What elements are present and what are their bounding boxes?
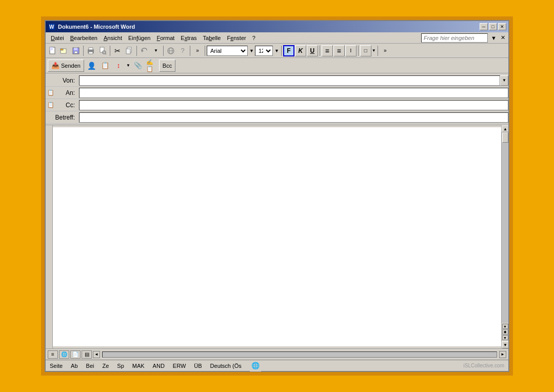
separator-7 [281,46,282,56]
list-button[interactable]: ⁝ [345,45,357,56]
attach-button[interactable]: 📎 [132,60,144,71]
open-button[interactable] [58,45,70,56]
ub-label: ÜB [194,363,202,369]
separator-4 [163,46,164,56]
close-button[interactable]: ✕ [498,23,506,30]
more-format-button[interactable]: » [380,45,391,56]
document-content[interactable] [53,127,501,346]
body-area: ▲ ▼ ◆ ▼ ▼ [46,125,508,348]
menu-bar: Datei Bearbeiten Ansicht Einfügen Format… [46,32,508,44]
mail-toolbar: 📤 Senden 👤 📋 ↕ ▼ 📎 ✍📋 Bcc [46,58,508,73]
menu-extras[interactable]: Extras [177,34,200,42]
print-view-button[interactable]: 📄 [70,350,81,359]
search-close-button[interactable]: ✕ [500,34,506,41]
send-button[interactable]: 📤 Senden [48,60,84,72]
align-left-button[interactable]: ≡ [322,45,333,56]
signature-button[interactable]: ✍📋 [146,60,157,71]
bcc-button[interactable]: Bcc [159,60,175,72]
scroll-mid-buttons: ▼ ◆ ▼ [502,323,508,341]
horizontal-scrollbar[interactable] [102,351,497,358]
print-button[interactable] [85,45,96,56]
font-select[interactable]: Arial [207,46,248,56]
cc-input[interactable] [79,100,508,110]
seite-label: Seite [50,363,63,369]
size-select[interactable]: 12 [255,46,273,56]
scroll-down-button[interactable]: ▼ [502,341,508,348]
menu-fenster[interactable]: Fenster [224,34,249,42]
web-view-button[interactable]: 🌐 [59,350,69,359]
save-button[interactable] [70,45,82,56]
separator-8 [320,46,320,56]
bcc-label: Bcc [163,63,172,69]
border-dropdown-button[interactable]: ▼ [372,48,376,53]
svg-rect-10 [89,48,93,50]
scroll-select-button[interactable]: ◆ [502,329,508,335]
scroll-page-up-button[interactable]: ▼ [502,324,508,329]
menu-help[interactable]: ? [249,34,259,42]
window: W Dokument6 - Microsoft Word ─ □ ✕ Datei… [45,20,509,372]
ab-label: Ab [71,363,77,369]
betreff-input[interactable] [79,112,508,123]
help-button[interactable]: ? [177,45,188,56]
separator-9 [358,46,359,56]
outline-view-button[interactable]: ▤ [82,350,92,359]
window-title: Dokument6 - Microsoft Word [58,24,480,30]
scroll-thumb[interactable] [502,132,508,143]
more-button[interactable]: » [192,45,203,56]
title-bar-buttons: ─ □ ✕ [480,23,506,30]
menu-search-area: ▼ ✕ [421,33,506,43]
vertical-scrollbar: ▲ ▼ ◆ ▼ ▼ [501,125,508,348]
menu-datei[interactable]: Datei [48,34,67,42]
an-label: An: [56,89,79,96]
undo-button[interactable] [138,45,150,56]
an-row: 📋 An: [46,87,508,99]
separator-6 [205,46,205,56]
web-button[interactable] [165,45,176,56]
bold-button[interactable]: F [283,45,294,56]
border-button[interactable]: □ [360,45,371,56]
priority-button[interactable]: ↕ [113,60,124,71]
menu-ansicht[interactable]: Ansicht [101,34,125,42]
email-headers: Von: ▼ 📋 An: 📋 Cc: Betreff: [46,73,508,125]
align-center-button[interactable]: ≡ [333,45,345,56]
von-label: Von: [46,77,79,84]
cc-row: 📋 Cc: [46,99,508,111]
new-button[interactable] [47,45,58,56]
italic-button[interactable]: K [295,45,306,56]
search-dropdown-button[interactable]: ▼ [490,35,498,41]
normal-view-button[interactable]: ≡ [48,350,58,359]
an-input[interactable] [79,88,508,98]
scroll-up-button[interactable]: ▲ [502,125,508,132]
svg-text:W: W [49,24,54,30]
menu-tabelle[interactable]: Tabelle [200,34,224,42]
menu-format[interactable]: Format [153,34,177,42]
minimize-button[interactable]: ─ [480,23,488,30]
search-input[interactable] [421,33,488,43]
underline-button[interactable]: U [307,45,318,56]
von-input-area: ▼ [79,75,508,86]
von-dropdown-button[interactable]: ▼ [500,75,508,86]
scroll-page-down-button[interactable]: ▼ [502,335,508,340]
address-book-button[interactable]: 👤 [86,60,97,71]
copy-button[interactable] [124,45,135,56]
cut-button[interactable]: ✂ [112,45,123,56]
restore-button[interactable]: □ [489,23,497,30]
hscroll-left-button[interactable]: ◄ [93,351,100,358]
hscroll-right-button[interactable]: ► [499,351,506,358]
separator-5 [190,46,190,56]
priority-dropdown-button[interactable]: ▼ [126,63,130,68]
menu-bearbeiten[interactable]: Bearbeiten [67,34,101,42]
menu-einfuegen[interactable]: Einfügen [125,34,153,42]
ze-label: Ze [102,363,109,369]
svg-rect-12 [100,47,104,52]
print-preview-button[interactable] [97,45,108,56]
svg-text:✂: ✂ [114,47,121,55]
undo-dropdown-button[interactable]: ▼ [150,45,162,56]
svg-rect-8 [74,51,77,53]
svg-marker-18 [142,49,144,52]
address-button2[interactable]: 📋 [100,60,111,71]
von-input[interactable] [79,75,500,86]
send-icon: 📤 [51,62,60,69]
betreff-label: Betreff: [46,114,79,121]
scroll-track[interactable] [502,132,508,323]
